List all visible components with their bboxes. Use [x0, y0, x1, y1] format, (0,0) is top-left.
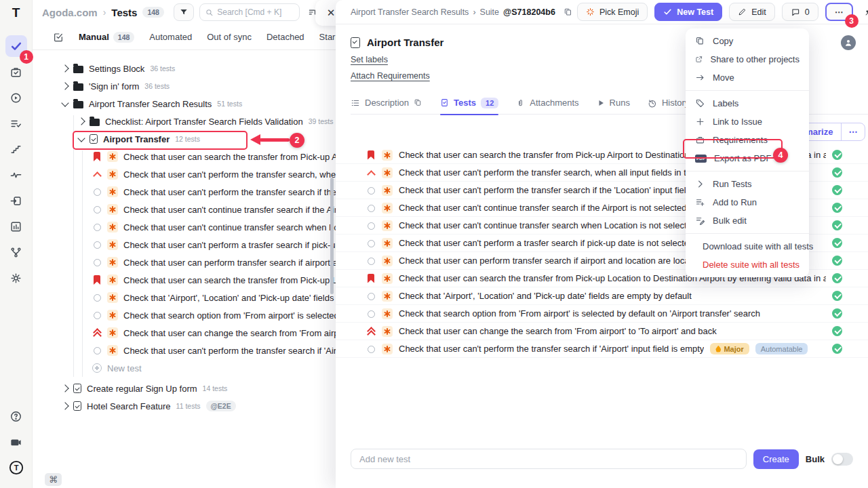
tree-folder-sign-in-form[interactable]: 'Sign in' form36 tests	[33, 77, 336, 95]
menu-download-suite[interactable]: Download suite with all tests	[686, 237, 809, 256]
nav-plans-item[interactable]	[5, 113, 27, 134]
menu-divider	[686, 233, 809, 234]
tree-test-row[interactable]: Check that user can't perform the transf…	[33, 183, 336, 201]
breadcrumb-project[interactable]: Agoda.com	[42, 7, 98, 18]
priority-icon	[92, 328, 102, 338]
menu-run-tests[interactable]: Run Tests	[686, 175, 809, 193]
tree-folder-checklist[interactable]: Checklist: Airport Transfer Search Field…	[33, 113, 336, 130]
test-row[interactable]: Check that 'Airport', 'Location' and 'Pi…	[336, 287, 868, 305]
chevron-right-icon[interactable]	[61, 64, 68, 72]
tab-history[interactable]: History	[648, 92, 689, 115]
search-input[interactable]	[217, 7, 294, 17]
tab-description[interactable]: Description	[351, 92, 422, 115]
set-labels-link[interactable]: Set labels	[351, 55, 388, 64]
copy-suite-id-button[interactable]	[559, 3, 577, 21]
pick-emoji-button[interactable]: Pick Emoji	[577, 3, 648, 21]
tree-folder-airport-transfer-search-results[interactable]: Airport Transfer Search Results51 tests	[33, 95, 336, 113]
menu-copy[interactable]: Copy	[686, 32, 809, 50]
summarize-more-button[interactable]: ⋯	[842, 127, 865, 137]
chevron-right-icon[interactable]	[61, 82, 68, 89]
tree-test-row[interactable]: Check that user can't perform the transf…	[33, 165, 336, 183]
chevron-right-icon	[695, 179, 705, 189]
tab-automated[interactable]: Automated	[149, 32, 192, 42]
select-mode-icon[interactable]	[53, 32, 64, 43]
menu-link-to-issue[interactable]: Link to Issue	[686, 113, 809, 131]
tab-manual[interactable]: Manual148	[79, 32, 134, 43]
nav-runs-item[interactable]	[5, 61, 27, 83]
avatar[interactable]	[841, 35, 856, 50]
tests-doc-icon	[440, 98, 449, 108]
nav-import-item[interactable]	[5, 190, 27, 211]
tree-test-row[interactable]: Check that user can search the transfer …	[33, 271, 336, 289]
tree-test-row[interactable]: Check that 'Airport', 'Location' and 'Pi…	[33, 289, 336, 306]
tree-test-row[interactable]: Check that user can't perform a trasfer …	[33, 236, 336, 253]
tree-folder-settings-block[interactable]: Settings Block36 tests	[33, 60, 336, 77]
test-row[interactable]: Check that user can change the search fr…	[336, 323, 868, 340]
chevron-right-icon[interactable]	[61, 402, 68, 409]
nav-brand-item[interactable]: T	[5, 457, 27, 479]
test-spark-icon	[107, 239, 118, 250]
menu-bulk-edit[interactable]: Bulk edit	[686, 211, 809, 230]
test-spark-icon	[107, 222, 118, 232]
add-new-test-input[interactable]	[351, 449, 747, 469]
drawer-breadcrumb-parent[interactable]: Airport Transfer Search Results	[351, 7, 469, 17]
priority-icon	[92, 187, 102, 197]
chevron-right-icon[interactable]	[77, 117, 85, 125]
chevron-right-icon[interactable]	[61, 384, 68, 392]
menu-divider	[686, 90, 809, 91]
nav-media-item[interactable]	[5, 431, 27, 453]
bulk-toggle[interactable]	[831, 453, 853, 466]
create-button[interactable]: Create	[753, 449, 799, 469]
nav-integrations-item[interactable]	[5, 241, 27, 263]
tree-suite-hotel-search[interactable]: Hotel Search Feature11 tests@E2E	[33, 397, 336, 415]
tree-test-row[interactable]: Check that search option from 'From airp…	[33, 306, 336, 324]
nav-help-item[interactable]	[5, 405, 27, 427]
tab-detached[interactable]: Detached	[267, 32, 304, 42]
menu-labels[interactable]: Labels	[686, 94, 809, 113]
tab-out-of-sync[interactable]: Out of sync	[207, 32, 252, 42]
test-row[interactable]: Check that search option from 'From airp…	[336, 305, 868, 323]
nav-launch-item[interactable]	[5, 87, 27, 108]
menu-export-as-pdf[interactable]: PDFExport as PDF	[686, 149, 809, 167]
passed-status-icon	[832, 291, 842, 301]
tree-scrollbar[interactable]	[330, 178, 334, 294]
tab-tests[interactable]: Tests 12	[440, 92, 498, 115]
search-box[interactable]	[199, 3, 300, 21]
menu-move[interactable]: Move	[686, 68, 809, 87]
tree-test-row[interactable]: Check that user can change the search fr…	[33, 324, 336, 342]
attach-requirements-link[interactable]: Attach Requirements	[351, 71, 430, 81]
tab-runs[interactable]: Runs	[597, 92, 630, 115]
breadcrumb-section[interactable]: Tests	[111, 7, 137, 18]
comments-button[interactable]: 0	[782, 3, 818, 21]
menu-add-to-run[interactable]: Add to Run	[686, 193, 809, 211]
new-test-button-header[interactable]: New Test	[654, 3, 722, 21]
more-actions-button[interactable]: ⋯ 3	[825, 3, 854, 21]
test-row[interactable]: Check that user can't perform the transf…	[336, 340, 868, 358]
tree-suite-create-sign-up[interactable]: Create regular Sign Up form14 tests	[33, 380, 336, 397]
menu-share[interactable]: Share to other projects	[686, 50, 809, 68]
nav-settings-item[interactable]	[5, 267, 27, 289]
pin-button[interactable]	[860, 3, 868, 21]
filter-button[interactable]	[174, 3, 194, 21]
chevron-down-icon[interactable]	[61, 99, 68, 106]
app-logo[interactable]: T	[12, 5, 20, 20]
priority-icon	[92, 169, 102, 179]
tab-attachments[interactable]: Attachments	[516, 92, 578, 115]
priority-icon	[92, 346, 102, 355]
nav-activity-item[interactable]	[5, 164, 27, 186]
nav-tests-item[interactable]: 1	[5, 35, 27, 57]
nav-milestones-item[interactable]	[5, 138, 27, 160]
edit-button[interactable]: Edit	[729, 3, 775, 21]
tree-test-row[interactable]: Check that user can't continue transfer …	[33, 201, 336, 218]
tree-test-row[interactable]: Check that user can search the transfer …	[33, 148, 336, 165]
tree-test-row[interactable]: Check that user can perform transfer sea…	[33, 253, 336, 271]
new-test-button[interactable]: New test	[33, 359, 336, 377]
menu-delete-suite[interactable]: Delete suite with all tests	[686, 256, 809, 274]
tree-test-row[interactable]: Check that user can't continue transfer …	[33, 218, 336, 236]
test-spark-icon	[382, 238, 393, 249]
nav-analytics-item[interactable]	[5, 216, 27, 237]
menu-requirements[interactable]: Requirements	[686, 131, 809, 149]
chevron-down-icon[interactable]	[77, 134, 85, 142]
tree-test-row[interactable]: Check that user can't perform the transf…	[33, 342, 336, 359]
tab-starred[interactable]: Starred	[319, 32, 336, 42]
